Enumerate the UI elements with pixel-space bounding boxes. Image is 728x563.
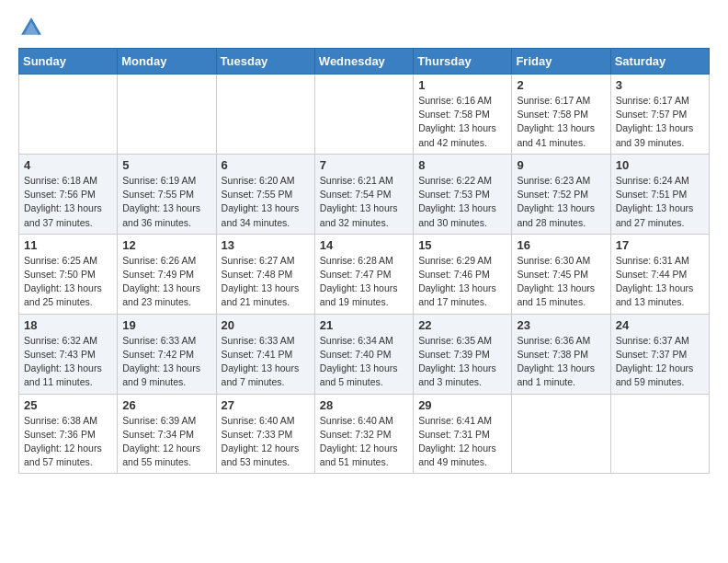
- day-header-wednesday: Wednesday: [314, 49, 413, 75]
- day-info: Sunrise: 6:18 AM Sunset: 7:56 PM Dayligh…: [24, 174, 112, 230]
- calendar-cell: 13Sunrise: 6:27 AM Sunset: 7:48 PM Dayli…: [216, 234, 314, 314]
- day-info: Sunrise: 6:28 AM Sunset: 7:47 PM Dayligh…: [320, 254, 408, 310]
- calendar-cell: [216, 75, 314, 155]
- day-header-monday: Monday: [118, 49, 216, 75]
- day-header-friday: Friday: [512, 49, 610, 75]
- calendar-week-row: 25Sunrise: 6:38 AM Sunset: 7:36 PM Dayli…: [19, 394, 710, 474]
- calendar-week-row: 4Sunrise: 6:18 AM Sunset: 7:56 PM Daylig…: [19, 154, 710, 234]
- day-number: 15: [418, 238, 506, 252]
- day-number: 20: [222, 318, 310, 332]
- calendar-cell: 19Sunrise: 6:33 AM Sunset: 7:42 PM Dayli…: [118, 314, 216, 394]
- calendar-cell: 20Sunrise: 6:33 AM Sunset: 7:41 PM Dayli…: [216, 314, 314, 394]
- day-number: 4: [24, 158, 112, 172]
- day-number: 1: [418, 78, 506, 92]
- day-number: 26: [122, 398, 210, 412]
- day-info: Sunrise: 6:33 AM Sunset: 7:42 PM Dayligh…: [122, 334, 210, 390]
- day-number: 18: [24, 318, 112, 332]
- day-info: Sunrise: 6:29 AM Sunset: 7:46 PM Dayligh…: [418, 254, 506, 310]
- day-number: 23: [517, 318, 605, 332]
- calendar-cell: 23Sunrise: 6:36 AM Sunset: 7:38 PM Dayli…: [512, 314, 610, 394]
- calendar-cell: 22Sunrise: 6:35 AM Sunset: 7:39 PM Dayli…: [414, 314, 512, 394]
- day-number: 25: [24, 398, 112, 412]
- calendar: SundayMondayTuesdayWednesdayThursdayFrid…: [18, 48, 710, 474]
- calendar-cell: 11Sunrise: 6:25 AM Sunset: 7:50 PM Dayli…: [19, 234, 118, 314]
- calendar-cell: 26Sunrise: 6:39 AM Sunset: 7:34 PM Dayli…: [118, 394, 216, 474]
- calendar-cell: 12Sunrise: 6:26 AM Sunset: 7:49 PM Dayli…: [118, 234, 216, 314]
- day-info: Sunrise: 6:23 AM Sunset: 7:52 PM Dayligh…: [517, 174, 605, 230]
- calendar-cell: 14Sunrise: 6:28 AM Sunset: 7:47 PM Dayli…: [314, 234, 413, 314]
- logo-icon: [18, 15, 44, 40]
- calendar-cell: 6Sunrise: 6:20 AM Sunset: 7:55 PM Daylig…: [216, 154, 314, 234]
- calendar-cell: 9Sunrise: 6:23 AM Sunset: 7:52 PM Daylig…: [512, 154, 610, 234]
- day-number: 9: [517, 158, 605, 172]
- day-info: Sunrise: 6:21 AM Sunset: 7:54 PM Dayligh…: [320, 174, 408, 230]
- calendar-cell: 27Sunrise: 6:40 AM Sunset: 7:33 PM Dayli…: [216, 394, 314, 474]
- day-number: 27: [222, 398, 310, 412]
- day-number: 28: [320, 398, 408, 412]
- calendar-week-row: 18Sunrise: 6:32 AM Sunset: 7:43 PM Dayli…: [19, 314, 710, 394]
- calendar-cell: 10Sunrise: 6:24 AM Sunset: 7:51 PM Dayli…: [610, 154, 709, 234]
- day-header-sunday: Sunday: [19, 49, 118, 75]
- calendar-cell: 24Sunrise: 6:37 AM Sunset: 7:37 PM Dayli…: [610, 314, 709, 394]
- day-number: 29: [418, 398, 506, 412]
- day-info: Sunrise: 6:36 AM Sunset: 7:38 PM Dayligh…: [517, 334, 605, 390]
- day-info: Sunrise: 6:39 AM Sunset: 7:34 PM Dayligh…: [122, 414, 210, 470]
- calendar-cell: [118, 75, 216, 155]
- day-info: Sunrise: 6:19 AM Sunset: 7:55 PM Dayligh…: [122, 174, 210, 230]
- day-info: Sunrise: 6:20 AM Sunset: 7:55 PM Dayligh…: [222, 174, 310, 230]
- calendar-cell: 4Sunrise: 6:18 AM Sunset: 7:56 PM Daylig…: [19, 154, 118, 234]
- calendar-cell: 3Sunrise: 6:17 AM Sunset: 7:57 PM Daylig…: [610, 75, 709, 155]
- calendar-cell: 2Sunrise: 6:17 AM Sunset: 7:58 PM Daylig…: [512, 75, 610, 155]
- calendar-cell: [512, 394, 610, 474]
- day-number: 22: [418, 318, 506, 332]
- calendar-cell: 29Sunrise: 6:41 AM Sunset: 7:31 PM Dayli…: [414, 394, 512, 474]
- day-number: 3: [616, 78, 704, 92]
- day-number: 10: [616, 158, 704, 172]
- calendar-cell: [314, 75, 413, 155]
- day-number: 2: [517, 78, 605, 92]
- calendar-cell: 16Sunrise: 6:30 AM Sunset: 7:45 PM Dayli…: [512, 234, 610, 314]
- day-info: Sunrise: 6:22 AM Sunset: 7:53 PM Dayligh…: [418, 174, 506, 230]
- day-number: 24: [616, 318, 704, 332]
- day-info: Sunrise: 6:33 AM Sunset: 7:41 PM Dayligh…: [222, 334, 310, 390]
- calendar-cell: 21Sunrise: 6:34 AM Sunset: 7:40 PM Dayli…: [314, 314, 413, 394]
- day-info: Sunrise: 6:24 AM Sunset: 7:51 PM Dayligh…: [616, 174, 704, 230]
- day-info: Sunrise: 6:40 AM Sunset: 7:33 PM Dayligh…: [222, 414, 310, 470]
- calendar-cell: 15Sunrise: 6:29 AM Sunset: 7:46 PM Dayli…: [414, 234, 512, 314]
- calendar-cell: 1Sunrise: 6:16 AM Sunset: 7:58 PM Daylig…: [414, 75, 512, 155]
- day-info: Sunrise: 6:30 AM Sunset: 7:45 PM Dayligh…: [517, 254, 605, 310]
- header: [18, 15, 710, 40]
- day-info: Sunrise: 6:31 AM Sunset: 7:44 PM Dayligh…: [616, 254, 704, 310]
- day-info: Sunrise: 6:25 AM Sunset: 7:50 PM Dayligh…: [24, 254, 112, 310]
- day-number: 16: [517, 238, 605, 252]
- day-info: Sunrise: 6:26 AM Sunset: 7:49 PM Dayligh…: [122, 254, 210, 310]
- calendar-week-row: 11Sunrise: 6:25 AM Sunset: 7:50 PM Dayli…: [19, 234, 710, 314]
- day-number: 13: [222, 238, 310, 252]
- day-info: Sunrise: 6:35 AM Sunset: 7:39 PM Dayligh…: [418, 334, 506, 390]
- calendar-cell: 25Sunrise: 6:38 AM Sunset: 7:36 PM Dayli…: [19, 394, 118, 474]
- day-info: Sunrise: 6:38 AM Sunset: 7:36 PM Dayligh…: [24, 414, 112, 470]
- calendar-week-row: 1Sunrise: 6:16 AM Sunset: 7:58 PM Daylig…: [19, 75, 710, 155]
- day-number: 5: [122, 158, 210, 172]
- day-info: Sunrise: 6:37 AM Sunset: 7:37 PM Dayligh…: [616, 334, 704, 390]
- day-number: 11: [24, 238, 112, 252]
- day-number: 14: [320, 238, 408, 252]
- day-header-thursday: Thursday: [414, 49, 512, 75]
- calendar-cell: 28Sunrise: 6:40 AM Sunset: 7:32 PM Dayli…: [314, 394, 413, 474]
- calendar-cell: 5Sunrise: 6:19 AM Sunset: 7:55 PM Daylig…: [118, 154, 216, 234]
- calendar-cell: [610, 394, 709, 474]
- day-number: 8: [418, 158, 506, 172]
- calendar-cell: 8Sunrise: 6:22 AM Sunset: 7:53 PM Daylig…: [414, 154, 512, 234]
- day-info: Sunrise: 6:27 AM Sunset: 7:48 PM Dayligh…: [222, 254, 310, 310]
- day-info: Sunrise: 6:16 AM Sunset: 7:58 PM Dayligh…: [418, 94, 506, 150]
- day-number: 17: [616, 238, 704, 252]
- logo: [18, 15, 48, 40]
- calendar-cell: [19, 75, 118, 155]
- day-header-saturday: Saturday: [610, 49, 709, 75]
- day-info: Sunrise: 6:32 AM Sunset: 7:43 PM Dayligh…: [24, 334, 112, 390]
- day-info: Sunrise: 6:17 AM Sunset: 7:57 PM Dayligh…: [616, 94, 704, 150]
- day-info: Sunrise: 6:34 AM Sunset: 7:40 PM Dayligh…: [320, 334, 408, 390]
- day-info: Sunrise: 6:17 AM Sunset: 7:58 PM Dayligh…: [517, 94, 605, 150]
- calendar-header-row: SundayMondayTuesdayWednesdayThursdayFrid…: [19, 49, 710, 75]
- day-info: Sunrise: 6:41 AM Sunset: 7:31 PM Dayligh…: [418, 414, 506, 470]
